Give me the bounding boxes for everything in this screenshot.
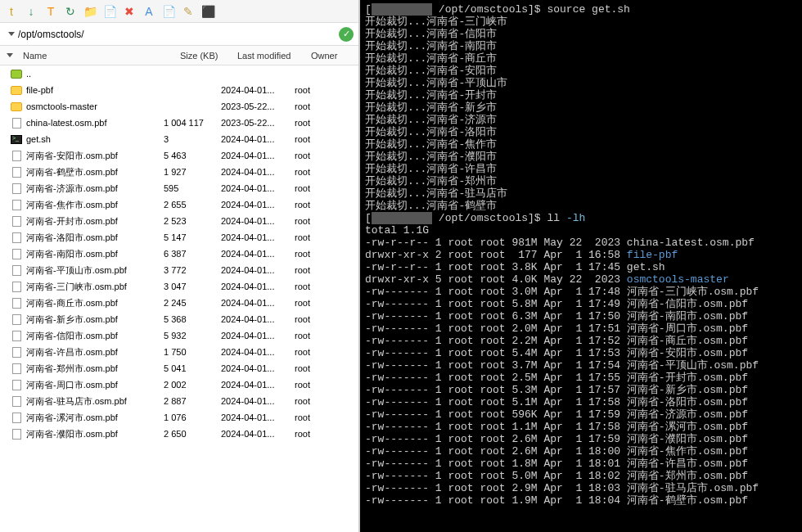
file-name: 河南省-驻马店市.osm.pbf	[26, 395, 164, 408]
file-size: 3 047	[164, 282, 221, 291]
file-size: 2 655	[164, 200, 221, 210]
file-row[interactable]: 河南省-焦作市.osm.pbf2 6552024-04-01...root	[0, 196, 358, 213]
toolbar-icon-2[interactable]: T	[43, 3, 59, 20]
file-modified: 2024-04-01...	[221, 429, 295, 439]
file-name: 河南省-焦作市.osm.pbf	[26, 199, 164, 211]
col-owner[interactable]: Owner	[311, 51, 352, 61]
sort-icon[interactable]	[7, 53, 13, 57]
file-name: file-pbf	[26, 85, 164, 95]
file-row[interactable]: 河南省-濮阳市.osm.pbf2 6502024-04-01...root	[0, 426, 358, 442]
file-row[interactable]: 河南省-商丘市.osm.pbf2 2452024-04-01...root	[0, 295, 358, 311]
file-row[interactable]: 河南省-南阳市.osm.pbf6 3872024-04-01...root	[0, 246, 358, 262]
file-name: 河南省-周口市.osm.pbf	[26, 379, 164, 391]
file-row[interactable]: osmctools-master2023-05-22...root	[0, 98, 358, 115]
file-icon	[10, 264, 23, 276]
toolbar-icon-1[interactable]: ↓	[23, 3, 39, 20]
file-size: 2 650	[164, 429, 221, 439]
toolbar-icon-9[interactable]: ✎	[180, 3, 196, 20]
file-icon	[10, 199, 23, 210]
file-modified: 2024-04-01...	[221, 134, 295, 144]
file-icon	[10, 117, 23, 128]
file-row[interactable]: 河南省-济源市.osm.pbf5952024-04-01...root	[0, 180, 358, 196]
terminal[interactable]: [ /opt/omsctools]$ source get.sh 开始裁切...…	[360, 0, 802, 532]
file-row[interactable]: 河南省-三门峡市.osm.pbf3 0472024-04-01...root	[0, 278, 358, 295]
file-name: 河南省-新乡市.osm.pbf	[26, 313, 164, 326]
file-owner: root	[295, 200, 336, 210]
path-input[interactable]	[18, 29, 339, 40]
file-modified: 2024-04-01...	[221, 298, 295, 308]
file-owner: root	[295, 396, 336, 406]
file-icon	[10, 183, 23, 194]
file-owner: root	[295, 118, 336, 128]
file-icon	[10, 412, 23, 423]
file-row[interactable]: 河南省-开封市.osm.pbf2 5232024-04-01...root	[0, 213, 358, 229]
chevron-down-icon[interactable]	[8, 32, 15, 36]
toolbar-icon-5[interactable]: 📄	[101, 3, 118, 20]
check-icon[interactable]: ✓	[339, 27, 354, 42]
file-row[interactable]: 河南省-驻马店市.osm.pbf2 8872024-04-01...root	[0, 393, 358, 409]
file-icon	[10, 248, 23, 259]
file-owner: root	[295, 363, 336, 373]
file-owner: root	[295, 265, 336, 275]
file-name: 河南省-郑州市.osm.pbf	[26, 363, 164, 375]
file-name: 河南省-三门峡市.osm.pbf	[26, 281, 164, 293]
toolbar-icon-3[interactable]: ↻	[62, 3, 79, 20]
file-row[interactable]: 河南省-洛阳市.osm.pbf5 1472024-04-01...root	[0, 229, 358, 246]
toolbar-icon-6[interactable]: ✖	[121, 3, 137, 20]
toolbar-icon-4[interactable]: 📁	[82, 3, 98, 20]
file-size: 5 463	[164, 151, 221, 160]
file-row[interactable]: 河南省-鹤壁市.osm.pbf1 9272024-04-01...root	[0, 164, 358, 180]
toolbar-icon-8[interactable]: 📄	[160, 3, 177, 20]
file-modified: 2024-04-01...	[221, 314, 295, 324]
col-name[interactable]: Name	[16, 51, 180, 61]
file-modified: 2024-04-01...	[221, 183, 295, 193]
file-row[interactable]: 河南省-郑州市.osm.pbf5 0412024-04-01...root	[0, 360, 358, 376]
col-size[interactable]: Size (KB)	[180, 51, 237, 61]
file-name: china-latest.osm.pbf	[26, 118, 164, 128]
file-size: 1 076	[164, 413, 221, 422]
file-row[interactable]: file-pbf2024-04-01...root	[0, 82, 358, 98]
file-row[interactable]: 河南省-周口市.osm.pbf2 0022024-04-01...root	[0, 376, 358, 393]
file-modified: 2024-04-01...	[221, 282, 295, 291]
file-name: 河南省-济源市.osm.pbf	[26, 183, 164, 195]
file-name: 河南省-商丘市.osm.pbf	[26, 297, 164, 309]
file-modified: 2024-04-01...	[221, 216, 295, 226]
file-size: 6 387	[164, 249, 221, 259]
file-owner: root	[295, 282, 336, 291]
file-modified: 2024-04-01...	[221, 413, 295, 422]
toolbar-icon-10[interactable]: ⬛	[200, 3, 216, 20]
file-owner: root	[295, 183, 336, 193]
file-row[interactable]: china-latest.osm.pbf1 004 1172023-05-22.…	[0, 115, 358, 131]
file-size: 1 750	[164, 347, 221, 357]
file-owner: root	[295, 151, 336, 160]
toolbar-icon-0[interactable]: t	[3, 3, 20, 20]
file-row[interactable]: 河南省-许昌市.osm.pbf1 7502024-04-01...root	[0, 344, 358, 360]
file-row[interactable]: 河南省-新乡市.osm.pbf5 3682024-04-01...root	[0, 311, 358, 327]
file-size: 2 245	[164, 298, 221, 308]
file-row[interactable]: 河南省-平顶山市.osm.pbf3 7722024-04-01...root	[0, 262, 358, 278]
file-list[interactable]: ..file-pbf2024-04-01...rootosmctools-mas…	[0, 65, 358, 532]
file-name: 河南省-安阳市.osm.pbf	[26, 150, 164, 162]
file-owner: root	[295, 134, 336, 144]
file-row[interactable]: get.sh32024-04-01...root	[0, 131, 358, 147]
file-modified: 2024-04-01...	[221, 331, 295, 340]
file-size: 2 887	[164, 396, 221, 406]
file-size: 595	[164, 183, 221, 193]
file-name: 河南省-平顶山市.osm.pbf	[26, 264, 164, 277]
file-icon	[10, 379, 23, 390]
file-row[interactable]: 河南省-信阳市.osm.pbf5 9322024-04-01...root	[0, 327, 358, 344]
file-row[interactable]: ..	[0, 65, 358, 82]
file-icon	[10, 150, 23, 161]
file-row[interactable]: 河南省-安阳市.osm.pbf5 4632024-04-01...root	[0, 147, 358, 164]
folder-icon	[10, 101, 23, 112]
file-modified: 2024-04-01...	[221, 347, 295, 357]
file-row[interactable]: 河南省-漯河市.osm.pbf1 0762024-04-01...root	[0, 409, 358, 426]
file-icon	[10, 297, 23, 309]
col-modified[interactable]: Last modified	[237, 51, 311, 61]
file-icon	[10, 166, 23, 178]
toolbar-icon-7[interactable]: A	[141, 3, 157, 20]
folder-icon	[10, 84, 23, 96]
file-owner: root	[295, 167, 336, 177]
file-owner: root	[295, 232, 336, 242]
file-icon	[10, 215, 23, 227]
